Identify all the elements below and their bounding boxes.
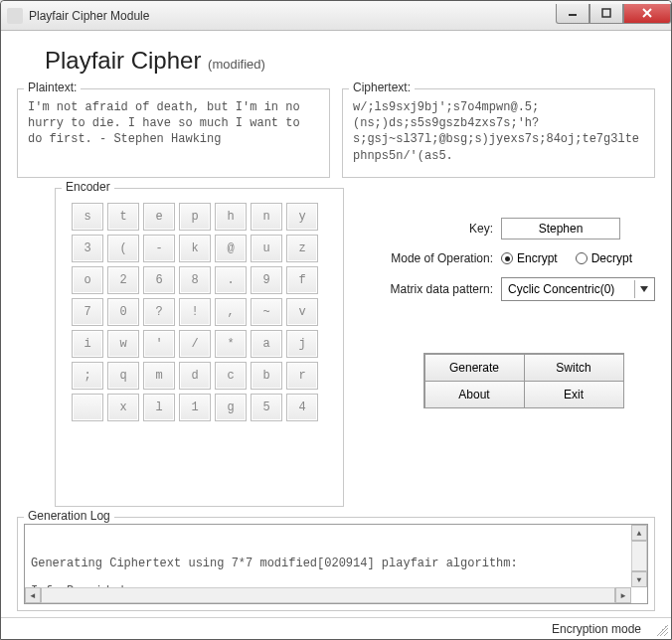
switch-button[interactable]: Switch xyxy=(524,354,624,382)
matrix-cell[interactable]: , xyxy=(215,298,247,326)
matrix-cell[interactable]: f xyxy=(286,266,318,294)
matrix-cell[interactable]: ~ xyxy=(251,298,282,326)
vscroll-track[interactable] xyxy=(631,541,647,571)
plaintext-input[interactable] xyxy=(26,97,321,169)
matrix-cell[interactable]: s xyxy=(72,203,103,231)
action-buttons: Generate Switch About Exit xyxy=(423,353,624,408)
matrix-cell[interactable]: d xyxy=(179,362,211,390)
matrix-cell[interactable]: b xyxy=(251,362,282,390)
matrix-cell[interactable]: 5 xyxy=(251,394,282,421)
key-label: Key: xyxy=(364,222,493,236)
log-textarea[interactable]: Generating Ciphertext using 7*7 modified… xyxy=(24,524,648,604)
controls-panel: Key: Mode of Operation: Encrypt Decrypt xyxy=(364,188,655,507)
window-title: Playfair Cipher Module xyxy=(29,9,556,23)
matrix-cell[interactable]: a xyxy=(251,330,282,358)
matrix-cell[interactable]: y xyxy=(286,203,318,231)
matrix-cell[interactable]: o xyxy=(72,266,103,294)
matrix-cell[interactable]: ' xyxy=(143,330,175,358)
matrix-cell[interactable]: r xyxy=(286,362,318,390)
matrix-cell[interactable]: n xyxy=(251,203,282,231)
matrix-cell[interactable]: q xyxy=(107,362,139,390)
exit-button[interactable]: Exit xyxy=(524,381,624,408)
matrix-cell[interactable]: j xyxy=(286,330,318,358)
minimize-button[interactable] xyxy=(556,4,589,24)
matrix-cell[interactable]: w xyxy=(107,330,139,358)
close-button[interactable] xyxy=(623,4,671,24)
scroll-down-button[interactable]: ▼ xyxy=(631,571,647,587)
status-text: Encryption mode xyxy=(552,622,641,636)
matrix-cell[interactable]: ! xyxy=(179,298,211,326)
matrix-cell[interactable]: 6 xyxy=(143,266,175,294)
key-input[interactable] xyxy=(501,218,620,240)
encoder-frame: Encoder stephny3(-k@uzo268.9f70?!,~viw'/… xyxy=(55,188,344,507)
radio-selected-icon xyxy=(501,252,513,264)
maximize-icon xyxy=(601,8,611,18)
ciphertext-frame: Ciphertext: xyxy=(342,88,655,178)
scroll-left-button[interactable]: ◄ xyxy=(25,587,41,603)
matrix-cell[interactable]: l xyxy=(143,394,175,421)
matrix-cell[interactable]: 8 xyxy=(179,266,211,294)
matrix-cell[interactable]: x xyxy=(107,394,139,421)
svg-marker-4 xyxy=(640,286,648,292)
matrix-cell[interactable]: g xyxy=(215,394,247,421)
matrix-cell[interactable]: - xyxy=(143,235,175,262)
scroll-right-button[interactable]: ► xyxy=(615,587,631,603)
matrix-cell[interactable]: @ xyxy=(215,235,247,262)
page-title-sub: (modified) xyxy=(208,57,265,72)
encrypt-radio[interactable]: Encrypt xyxy=(501,251,558,265)
statusbar: Encryption mode xyxy=(1,617,671,639)
matrix-cell[interactable]: c xyxy=(215,362,247,390)
pattern-row: Matrix data pattern: Cyclic Concentric(0… xyxy=(364,277,655,301)
matrix-cell[interactable]: ; xyxy=(72,362,103,390)
titlebar: Playfair Cipher Module xyxy=(1,1,671,31)
matrix-cell[interactable]: 1 xyxy=(179,394,211,421)
matrix-cell[interactable]: t xyxy=(107,203,139,231)
encoder-matrix: stephny3(-k@uzo268.9f70?!,~viw'/*aj;qmdc… xyxy=(72,203,327,421)
matrix-cell[interactable]: z xyxy=(286,235,318,262)
about-button[interactable]: About xyxy=(424,381,525,408)
ciphertext-label: Ciphertext: xyxy=(349,80,415,94)
pattern-label: Matrix data pattern: xyxy=(364,282,493,296)
matrix-cell[interactable]: k xyxy=(179,235,211,262)
pattern-value: Cyclic Concentric(0) xyxy=(508,282,614,296)
matrix-cell[interactable]: ( xyxy=(107,235,139,262)
matrix-cell[interactable]: / xyxy=(179,330,211,358)
mode-label: Mode of Operation: xyxy=(364,251,493,265)
matrix-cell[interactable] xyxy=(72,394,103,421)
chevron-down-icon xyxy=(634,280,652,298)
page-title-main: Playfair Cipher xyxy=(45,47,201,74)
resize-grip-icon[interactable] xyxy=(656,624,668,636)
matrix-cell[interactable]: i xyxy=(72,330,103,358)
matrix-cell[interactable]: 3 xyxy=(72,235,103,262)
close-icon xyxy=(642,8,652,18)
client-area: Playfair Cipher (modified) Plaintext: Ci… xyxy=(1,31,671,617)
plaintext-label: Plaintext: xyxy=(24,80,81,94)
matrix-cell[interactable]: 0 xyxy=(107,298,139,326)
matrix-cell[interactable]: v xyxy=(286,298,318,326)
matrix-cell[interactable]: p xyxy=(179,203,211,231)
plaintext-frame: Plaintext: xyxy=(17,88,330,178)
app-icon xyxy=(7,8,23,24)
matrix-cell[interactable]: e xyxy=(143,203,175,231)
ciphertext-input[interactable] xyxy=(351,97,646,169)
matrix-cell[interactable]: 4 xyxy=(286,394,318,421)
matrix-cell[interactable]: * xyxy=(215,330,247,358)
hscroll-track[interactable] xyxy=(41,587,615,603)
log-label: Generation Log xyxy=(24,509,114,523)
matrix-cell[interactable]: h xyxy=(215,203,247,231)
decrypt-radio[interactable]: Decrypt xyxy=(576,251,632,265)
matrix-cell[interactable]: ? xyxy=(143,298,175,326)
maximize-button[interactable] xyxy=(589,4,623,24)
encrypt-radio-label: Encrypt xyxy=(517,251,558,265)
window-controls xyxy=(556,4,671,24)
io-row: Plaintext: Ciphertext: xyxy=(17,88,655,178)
matrix-cell[interactable]: 2 xyxy=(107,266,139,294)
matrix-cell[interactable]: m xyxy=(143,362,175,390)
matrix-cell[interactable]: 9 xyxy=(251,266,282,294)
matrix-cell[interactable]: . xyxy=(215,266,247,294)
pattern-select[interactable]: Cyclic Concentric(0) xyxy=(501,277,655,301)
generate-button[interactable]: Generate xyxy=(424,354,525,382)
scroll-up-button[interactable]: ▲ xyxy=(631,525,647,541)
matrix-cell[interactable]: u xyxy=(251,235,282,262)
matrix-cell[interactable]: 7 xyxy=(72,298,103,326)
